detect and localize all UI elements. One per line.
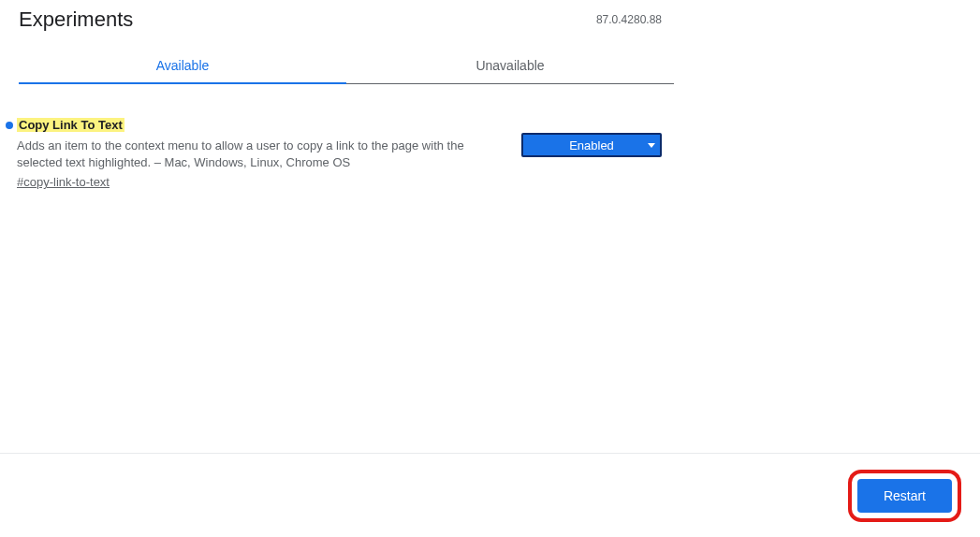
tab-available[interactable]: Available xyxy=(19,58,346,84)
footer-bar: Restart xyxy=(0,453,980,537)
page-title: Experiments xyxy=(19,7,133,32)
flag-hash-link[interactable]: #copy-link-to-text xyxy=(17,175,110,189)
restart-highlight: Restart xyxy=(848,470,961,522)
version-label: 87.0.4280.88 xyxy=(596,13,662,26)
tabs-bar: Available Unavailable xyxy=(19,58,674,84)
flag-description: Adds an item to the context menu to allo… xyxy=(17,138,493,171)
restart-button[interactable]: Restart xyxy=(857,479,952,513)
flag-row: Copy Link To Text Adds an item to the co… xyxy=(0,118,961,190)
tab-unavailable[interactable]: Unavailable xyxy=(346,58,674,84)
flag-title: Copy Link To Text xyxy=(17,118,124,132)
flag-state-select[interactable]: Enabled xyxy=(521,133,662,157)
status-dot-icon xyxy=(6,122,13,129)
